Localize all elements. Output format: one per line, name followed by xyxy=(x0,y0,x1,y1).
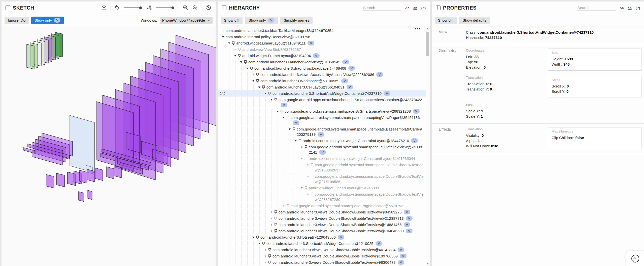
hierarchy-search-input[interactable] xyxy=(363,5,401,11)
regex-icon[interactable]: (.*) xyxy=(636,6,640,10)
expand-toggle-icon[interactable] xyxy=(257,84,262,90)
expand-toggle-icon[interactable] xyxy=(227,40,232,46)
show-defaults-button[interactable]: Show defaults xyxy=(459,17,489,24)
expand-toggle-icon[interactable] xyxy=(269,97,274,102)
tree-node[interactable]: com.android.launcher3.LauncherRootView@8… xyxy=(218,59,426,65)
show-only-button[interactable]: Show only V xyxy=(31,17,64,24)
properties-section-effects: EffectsTranslationVisibility: 0Alpha: 1W… xyxy=(432,124,644,154)
sketch-layer[interactable] xyxy=(27,44,34,69)
tree-node[interactable]: android.view.ViewStub@63475287 xyxy=(218,46,426,53)
sketch-layer[interactable] xyxy=(79,192,84,202)
match-case-icon[interactable]: Aa xyxy=(405,6,410,10)
expand-toggle-icon[interactable] xyxy=(299,156,304,161)
tree-node[interactable]: com.android.launcher3.views.DoubleShadow… xyxy=(218,215,426,221)
hierarchy-scrollbar[interactable] xyxy=(426,26,430,266)
match-word-icon[interactable]: ab xyxy=(628,6,631,10)
scroll-down-icon[interactable] xyxy=(426,263,429,264)
sketch-layer[interactable] xyxy=(46,174,54,188)
expand-toggle-icon[interactable] xyxy=(251,78,256,83)
tree-node[interactable]: com.google.android.systemui.smartspace.D… xyxy=(218,173,426,185)
sketch-canvas[interactable] xyxy=(2,26,216,266)
tree-node[interactable]: com.android.internal.policy.DecorView@82… xyxy=(218,34,426,40)
sketch-layer[interactable] xyxy=(80,170,87,183)
tree-node[interactable]: com.android.launcher3.Workspace@58100959… xyxy=(218,78,426,84)
sketch-layer[interactable] xyxy=(106,167,114,179)
expand-toggle-icon[interactable] xyxy=(293,138,298,143)
expand-toggle-icon[interactable] xyxy=(239,59,244,65)
zoom-out-icon[interactable] xyxy=(192,5,198,11)
properties-search-input[interactable] xyxy=(577,5,616,11)
reset-history-icon[interactable] xyxy=(206,5,212,11)
expand-toggle-icon[interactable] xyxy=(263,91,268,96)
show-diff-button[interactable]: Show diff xyxy=(435,17,457,24)
tree-node[interactable]: com.google.android.systemui.smartspace.B… xyxy=(218,108,426,114)
expand-toggle-icon[interactable] xyxy=(221,34,226,39)
regex-icon[interactable]: (.*) xyxy=(421,6,426,10)
expand-toggle-icon[interactable] xyxy=(245,66,250,71)
match-word-icon[interactable]: ab xyxy=(413,6,417,10)
tree-node[interactable]: com.android.launcher3.Hotseat@129643566V xyxy=(218,234,426,240)
expand-toggle-icon[interactable] xyxy=(299,185,304,191)
tree-node[interactable]: com.android.launcher3.views.DoubleShadow… xyxy=(218,221,426,228)
tree: com.android.launcher3.taskbar.TaskbarMan… xyxy=(218,26,426,266)
tree-node[interactable]: android.widget.LinearLayout@224246003 xyxy=(218,185,426,191)
tree-node[interactable]: com.google.android.systemui.smartspace.I… xyxy=(218,114,426,126)
property-item: Width: 946 xyxy=(552,62,638,67)
tree-node[interactable]: com.android.launcher3.views.Accessibilit… xyxy=(218,71,426,78)
expand-toggle-icon[interactable] xyxy=(275,109,280,114)
zoom-in-icon[interactable] xyxy=(183,5,189,11)
spacing-slider[interactable] xyxy=(156,5,175,10)
rotation-slider[interactable] xyxy=(123,5,143,10)
sketch-layer[interactable] xyxy=(87,169,95,182)
spacing-icon[interactable] xyxy=(147,5,152,11)
tree-node[interactable]: com.android.launcher3.ShortcutAndWidgetC… xyxy=(218,90,426,97)
tree-node[interactable]: com.android.launcher3.taskbar.TaskbarMan… xyxy=(218,27,426,34)
collapse-panel-button[interactable] xyxy=(626,251,644,266)
more-options-icon[interactable] xyxy=(415,28,421,30)
sketch-layer[interactable] xyxy=(56,173,64,187)
tree-node[interactable]: com.google.android.systemui.smartspace.I… xyxy=(218,144,426,155)
tree-node[interactable]: com.android.launcher3.ShortcutAndWidgetC… xyxy=(218,240,426,247)
expand-toggle-icon[interactable] xyxy=(233,53,238,58)
sketch-layer[interactable] xyxy=(95,168,103,181)
rotate-view-icon[interactable] xyxy=(114,5,120,11)
tree-node[interactable]: android.widget.LinearLayout@110949111V xyxy=(218,40,426,46)
windows-select[interactable]: PhoneWindow@ad699de xyxy=(160,17,213,24)
show-diff-button[interactable]: Show diff xyxy=(221,17,243,24)
tree-node[interactable]: com.android.launcher3.views.DoubleShadow… xyxy=(218,259,426,265)
tree-node[interactable]: com.android.launcher3.views.DoubleShadow… xyxy=(218,253,426,259)
tree-node[interactable]: com.android.launcher3.CellLayout@6610403… xyxy=(218,84,426,90)
node-label: com.android.launcher3.views.DoubleShadow… xyxy=(279,216,425,221)
sketch-layer[interactable] xyxy=(70,115,94,173)
tree-node[interactable]: com.google.android.apps.nexuslauncher.qs… xyxy=(218,97,426,108)
tree-node[interactable]: android.widget.FrameLayout@32194294V xyxy=(218,53,426,59)
simplify-names-button[interactable]: Simplify names xyxy=(280,17,313,24)
show-diff-label: Show diff xyxy=(438,18,453,23)
scrollbar-thumb[interactable] xyxy=(426,32,429,56)
scroll-up-icon[interactable] xyxy=(426,28,429,29)
tree-node[interactable]: com.android.launcher3.views.DoubleShadow… xyxy=(218,247,426,253)
expand-toggle-icon[interactable] xyxy=(251,235,256,240)
tree-node[interactable]: com.google.android.systemui.smartspace.D… xyxy=(218,191,426,203)
tree-node[interactable]: androidx.constraintlayout.widget.Constra… xyxy=(218,155,426,162)
tree-node[interactable]: com.google.android.systemui.smartspace.u… xyxy=(218,126,426,138)
sketch-layer[interactable] xyxy=(114,166,121,178)
show-only-filter-button[interactable]: Show only V xyxy=(245,17,278,24)
sketch-layer[interactable] xyxy=(87,190,92,200)
tree-node[interactable]: com.google.android.systemui.smartspace.P… xyxy=(218,203,426,209)
expand-toggle-icon[interactable] xyxy=(257,241,262,246)
tree-node[interactable]: com.android.launcher3.dragndrop.DragLaye… xyxy=(218,65,426,71)
panel-dock-icon xyxy=(6,6,10,10)
tree-node[interactable]: com.android.launcher3.views.DoubleShadow… xyxy=(218,209,426,215)
cube-3d-icon[interactable] xyxy=(101,5,107,11)
visibility-chip: V xyxy=(281,103,287,107)
visibility-eye-icon[interactable] xyxy=(220,92,225,95)
expand-toggle-icon[interactable] xyxy=(221,28,226,33)
tree-node[interactable]: com.google.android.systemui.smartspace.D… xyxy=(218,162,426,173)
ignore-button[interactable]: Ignore xyxy=(5,17,29,24)
tree-node[interactable]: com.android.launcher3.views.DoubleShadow… xyxy=(218,228,426,234)
match-case-icon[interactable]: Aa xyxy=(620,6,624,10)
tree-node[interactable]: androidx.constraintlayout.widget.Constra… xyxy=(218,138,426,144)
expand-toggle-icon[interactable] xyxy=(281,115,286,120)
expand-toggle-icon[interactable] xyxy=(287,126,292,132)
